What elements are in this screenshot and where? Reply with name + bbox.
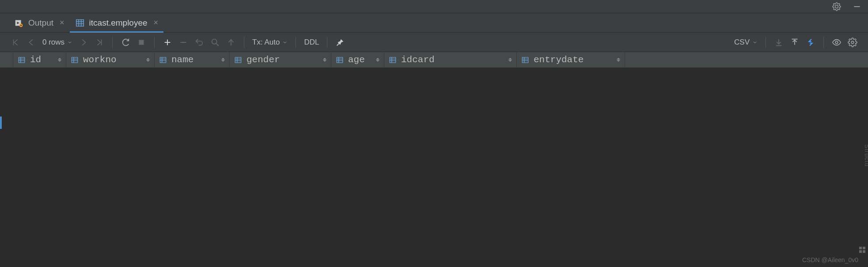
svg-point-24 [851,41,854,44]
svg-point-23 [835,41,838,44]
reload-icon[interactable] [119,36,132,49]
add-row-icon[interactable] [161,36,174,49]
svg-rect-25 [19,57,25,63]
column-header-idcard[interactable]: idcard [384,52,517,68]
sort-icon[interactable] [146,58,150,62]
column-header-id[interactable]: id [13,52,66,68]
pin-icon[interactable] [334,36,347,49]
svg-rect-37 [235,57,241,63]
column-label: age [348,55,365,65]
export-format[interactable]: CSV [732,38,759,47]
commit-preview-icon[interactable] [208,36,222,49]
column-header-name[interactable]: name [155,52,230,68]
settings-icon[interactable] [846,36,859,49]
sort-icon[interactable] [58,58,61,62]
svg-rect-4 [76,19,83,26]
remove-row-icon[interactable] [177,36,190,49]
rows-count[interactable]: 0 rows [41,38,74,47]
table-icon [75,18,85,28]
svg-rect-11 [139,40,144,45]
tab-output-label: Output [28,18,53,28]
column-label: gender [246,55,280,65]
upload-icon[interactable] [788,36,801,49]
download-icon[interactable] [772,36,785,49]
tx-mode[interactable]: Tx: Auto [250,38,289,47]
last-page-icon[interactable] [93,36,106,49]
sort-icon[interactable] [221,58,225,62]
column-label: entrydate [534,55,584,65]
column-label: workno [83,55,117,65]
svg-rect-45 [390,57,396,63]
column-label: idcard [401,55,435,65]
grid-header: idworknonamegenderageidcardentrydate [0,52,868,68]
svg-rect-41 [337,57,343,63]
column-label: name [171,55,193,65]
first-page-icon[interactable] [9,36,22,49]
row-number-column [0,52,13,68]
minimize-icon[interactable] [850,0,864,13]
column-label: id [30,55,41,65]
sort-icon[interactable] [617,58,620,62]
structure-tool-label[interactable]: Structu [864,144,868,166]
grid-toolbar: 0 rows Tx: Auto DDL CSV [0,33,868,52]
watermark: CSDN @Aileen_0v0 [802,256,858,263]
column-header-entrydate[interactable]: entrydate [517,52,625,68]
tab-table-label: itcast.employee [89,18,148,28]
column-header-age[interactable]: age [331,52,384,68]
column-header-gender[interactable]: gender [230,52,331,68]
column-icon [159,56,167,64]
close-icon[interactable]: × [154,18,159,27]
rows-count-label: 0 rows [42,38,64,47]
tx-mode-label: Tx: Auto [252,38,280,47]
column-icon [336,56,344,64]
column-icon [521,56,529,64]
svg-rect-33 [160,57,166,63]
chevron-down-icon [67,40,72,45]
settings-icon[interactable] [830,0,843,13]
column-icon [234,56,242,64]
structure-tool-icon[interactable] [859,247,865,253]
close-icon[interactable]: × [60,18,64,27]
compare-icon[interactable] [804,36,817,49]
sort-icon[interactable] [376,58,379,62]
tab-table[interactable]: itcast.employee × [70,13,164,32]
export-format-label: CSV [734,38,750,47]
prev-page-icon[interactable] [25,36,38,49]
output-icon [14,18,24,28]
eye-icon[interactable] [830,36,843,49]
column-icon [18,56,26,64]
ddl-button[interactable]: DDL [302,38,321,47]
svg-line-18 [337,43,339,45]
chevron-down-icon [282,40,288,45]
gutter-marker [0,117,2,129]
sort-icon[interactable] [508,58,512,62]
next-page-icon[interactable] [77,36,90,49]
column-header-workno[interactable]: workno [66,52,155,68]
svg-rect-49 [522,57,528,63]
column-icon [71,56,79,64]
tab-bar: Output × itcast.employee × [0,13,868,33]
tab-output[interactable]: Output × [9,13,70,32]
grid-body: CSDN @Aileen_0v0 Structu [0,68,868,267]
submit-icon[interactable] [224,36,238,49]
chevron-down-icon [752,40,758,45]
column-icon [389,56,397,64]
svg-rect-29 [72,57,78,63]
revert-icon[interactable] [193,36,206,49]
sort-icon[interactable] [323,58,326,62]
stop-icon[interactable] [135,36,148,49]
